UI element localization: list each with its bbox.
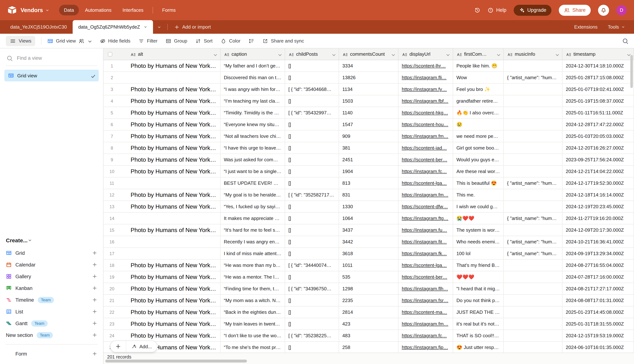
cell-musicinfo[interactable] — [504, 330, 562, 341]
cell-firstcomment[interactable]: ❤️❤️❤️ — [453, 271, 504, 282]
cell-childposts[interactable]: [] — [285, 60, 339, 72]
cell-firstcomment[interactable]: grandfather retire… — [453, 95, 504, 107]
cell-displayurl[interactable]: https://scontent-lhr… — [399, 60, 453, 72]
cell-timestamp[interactable]: 2024-11-27T19:16:20.000Z — [562, 212, 634, 224]
cell-alt[interactable]: 7Photo by Humans of New York on Jan… — [104, 130, 220, 142]
column-header-caption[interactable]: caption — [220, 48, 285, 60]
row-number[interactable]: 15 — [104, 228, 120, 232]
sidebar-view-grid-view[interactable]: Grid view — [5, 70, 99, 82]
column-header-displayurl[interactable]: displayUrl — [399, 48, 453, 60]
cell-alt[interactable]: 17 — [104, 248, 220, 259]
cell-childposts[interactable]: [] — [285, 236, 339, 248]
cell-childposts[interactable]: [] — [285, 271, 339, 282]
cell-firstcomment[interactable]: JUST READ THE B… — [453, 306, 504, 318]
cell-displayurl[interactable]: https://scontent-dfw… — [399, 201, 453, 212]
cell-firstcomment[interactable]: Who needs enemi… — [453, 236, 504, 248]
add-view-button[interactable] — [92, 286, 97, 291]
row-height-button[interactable] — [249, 38, 254, 44]
cell-alt[interactable]: 22Photo by Humans of New York on Jan… — [104, 306, 220, 318]
tools-button[interactable]: Tools — [608, 24, 625, 30]
add-view-button[interactable] — [92, 262, 97, 267]
cell-displayurl[interactable]: https://instagram.fm… — [399, 189, 453, 200]
cell-firstcomment[interactable]: Are these real wor… — [453, 166, 504, 177]
create-item-form[interactable]: Form — [6, 348, 98, 360]
cell-alt[interactable]: 16 — [104, 236, 220, 248]
cell-displayurl[interactable]: https://instagram.fm… — [399, 318, 453, 330]
cell-displayurl[interactable]: https://scontent-iad… — [399, 142, 453, 154]
color-button[interactable]: Color — [220, 38, 240, 44]
cell-commentscount[interactable]: 483 — [339, 330, 399, 341]
cell-musicinfo[interactable] — [504, 166, 562, 177]
cell-childposts[interactable]: [] — [285, 342, 339, 353]
cell-alt[interactable]: 2 — [104, 72, 220, 83]
cell-displayurl[interactable]: https://instagram.flh… — [399, 283, 453, 294]
cell-displayurl[interactable]: https://scontent-lga… — [399, 178, 453, 189]
cell-commentscount[interactable]: 1904 — [339, 166, 399, 177]
row-number[interactable]: 6 — [104, 122, 120, 127]
cell-commentscount[interactable]: 909 — [339, 130, 399, 142]
row-number[interactable]: 2 — [104, 75, 120, 80]
cell-musicinfo[interactable]: { "artist_name": "huma… — [504, 236, 562, 248]
cell-commentscount[interactable]: 2235 — [339, 295, 399, 306]
cell-childposts[interactable]: [] — [285, 295, 339, 306]
vertical-scrollbar[interactable] — [630, 55, 633, 88]
horizontal-scrollbar[interactable] — [105, 360, 247, 362]
cell-childposts[interactable]: [] — [285, 72, 339, 83]
cell-musicinfo[interactable] — [504, 318, 562, 330]
cell-musicinfo[interactable] — [504, 201, 562, 212]
cell-musicinfo[interactable] — [504, 84, 562, 95]
cell-caption[interactable]: “He was a mentor. The le… — [220, 271, 285, 282]
cell-caption[interactable]: Discovered this man on t… — [220, 72, 285, 83]
cell-displayurl[interactable]: https://scontent-lga… — [399, 260, 453, 271]
cell-firstcomment[interactable]: 🔥👏 I also overca… — [453, 107, 504, 118]
filter-button[interactable]: Filter — [139, 38, 158, 44]
cell-musicinfo[interactable]: { "artist_name": "huma… — [504, 72, 562, 83]
cell-childposts[interactable]: [] — [285, 224, 339, 236]
cell-childposts[interactable]: [ { "id": "352582717… — [285, 189, 339, 200]
cell-commentscount[interactable]: 3334 — [339, 60, 399, 72]
cell-alt[interactable]: 24Photo by Humans of New York on De… — [104, 330, 220, 341]
upgrade-button[interactable]: Upgrade — [514, 4, 551, 16]
cell-caption[interactable]: “Back in the eighties dun… — [220, 306, 285, 318]
extensions-button[interactable]: Extensions — [574, 24, 597, 30]
cell-musicinfo[interactable]: { "artist_name": "huma… — [504, 178, 562, 189]
notifications-button[interactable] — [598, 4, 609, 16]
create-item-new-section[interactable]: New sectionTeam — [6, 329, 98, 341]
cell-displayurl[interactable]: https://instagram.fy… — [399, 84, 453, 95]
cell-displayurl[interactable]: https://scontent-hou… — [399, 119, 453, 130]
create-item-gantt[interactable]: GanttTeam — [6, 318, 98, 329]
cell-alt[interactable]: 20Photo by Humans of New York on Au… — [104, 283, 220, 294]
cell-childposts[interactable]: [ { "id": "35404668… — [285, 84, 339, 95]
cell-caption[interactable]: “My father and I don’t get… — [220, 60, 285, 72]
cell-musicinfo[interactable] — [504, 119, 562, 130]
cell-commentscount[interactable]: 1330 — [339, 201, 399, 212]
cell-displayurl[interactable]: https://scontent-hkg… — [399, 107, 453, 118]
cell-caption[interactable]: BEST UPDATE EVER! Mos… — [220, 178, 285, 189]
row-number[interactable]: 5 — [104, 110, 120, 115]
cell-firstcomment[interactable]: The system is wor… — [453, 224, 504, 236]
cell-displayurl[interactable]: https://instagram.fit… — [399, 236, 453, 248]
sort-button[interactable]: Sort — [195, 38, 213, 44]
cell-musicinfo[interactable]: { "artist_name": "huma… — [504, 212, 562, 224]
nav-tab-forms[interactable]: Forms — [157, 5, 180, 16]
cell-displayurl[interactable]: https://instagram.fli… — [399, 72, 453, 83]
row-number[interactable]: 12 — [104, 192, 120, 198]
cell-timestamp[interactable]: 2024-08-08T17:01:31.000Z — [562, 295, 634, 306]
cell-timestamp[interactable]: 2024-12-21T14:04:22.000Z — [562, 166, 634, 177]
cell-alt[interactable]: 12Photo by Humans of New York on De… — [104, 189, 220, 200]
create-item-list[interactable]: List — [6, 306, 98, 318]
cell-firstcomment[interactable]: 😭❤️❤️ — [453, 212, 504, 224]
cell-timestamp[interactable]: 2024-12-15T19:53:19.000Z — [562, 330, 634, 341]
cell-commentscount[interactable]: 1140 — [339, 107, 399, 118]
nav-tab-data[interactable]: Data — [59, 5, 79, 16]
cell-caption[interactable]: “I was angry with him for … — [220, 84, 285, 95]
cell-displayurl[interactable]: https://scontent-ber… — [399, 271, 453, 282]
cell-caption[interactable]: “To me she’s the most pr… — [220, 342, 285, 353]
cell-caption[interactable]: “Timidity. Timidity is the … — [220, 107, 285, 118]
workspace-menu[interactable]: Vendors — [21, 7, 50, 14]
cell-childposts[interactable]: [ { "id": "34396750… — [285, 283, 339, 294]
cell-caption[interactable]: “I just want to be a single … — [220, 166, 285, 177]
cell-commentscount[interactable]: 3618 — [339, 248, 399, 259]
create-item-grid[interactable]: Grid — [6, 247, 98, 259]
row-number[interactable]: 1 — [104, 63, 120, 68]
